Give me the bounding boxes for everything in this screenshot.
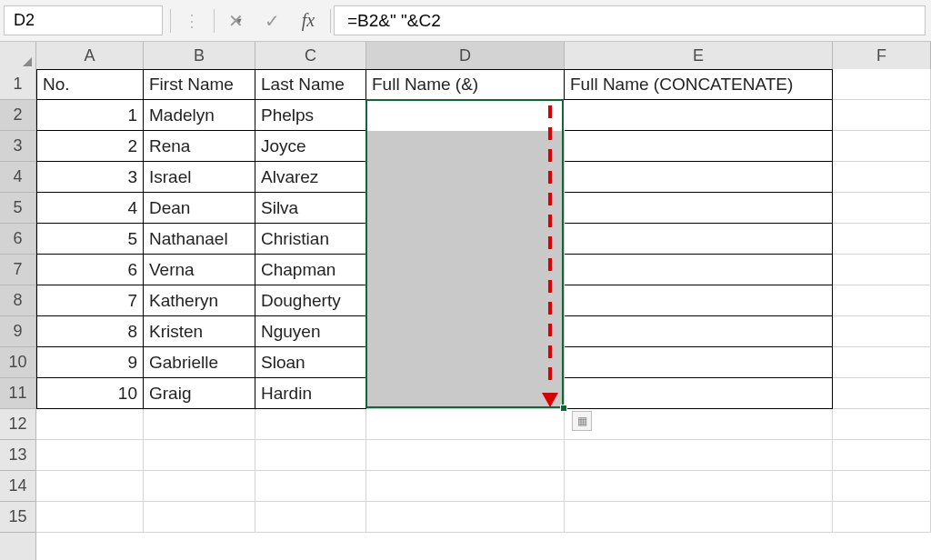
cell-C15[interactable] bbox=[255, 502, 366, 533]
cell-D9[interactable]: Kristen Nguyen bbox=[366, 316, 565, 347]
cell-B7[interactable]: Verna bbox=[144, 255, 255, 285]
cell-A12[interactable] bbox=[36, 409, 144, 440]
cell-B9[interactable]: Kristen bbox=[144, 316, 255, 347]
row-header-11[interactable]: 11 bbox=[0, 378, 35, 409]
cell-B5[interactable]: Dean bbox=[144, 193, 255, 224]
row-header-15[interactable]: 15 bbox=[0, 502, 35, 533]
cell-F13[interactable] bbox=[833, 440, 931, 471]
cell-E7[interactable] bbox=[565, 255, 833, 285]
cell-A13[interactable] bbox=[36, 440, 144, 471]
cell-A4[interactable]: 3 bbox=[36, 162, 144, 193]
cell-F4[interactable] bbox=[833, 162, 931, 193]
cell-B13[interactable] bbox=[144, 440, 255, 471]
cell-D8[interactable]: Katheryn Dougherty bbox=[366, 285, 565, 316]
row-header-12[interactable]: 12 bbox=[0, 409, 35, 440]
cell-B10[interactable]: Gabrielle bbox=[144, 347, 255, 378]
cell-D11[interactable]: Graig Hardin bbox=[366, 378, 565, 409]
cell-F10[interactable] bbox=[833, 347, 931, 378]
cell-B12[interactable] bbox=[144, 409, 255, 440]
row-header-4[interactable]: 4 bbox=[0, 162, 35, 193]
cell-B14[interactable] bbox=[144, 471, 255, 502]
cell-B4[interactable]: Israel bbox=[144, 162, 255, 193]
row-header-13[interactable]: 13 bbox=[0, 440, 35, 471]
cell-D3[interactable]: Rena Joyce bbox=[366, 131, 565, 162]
cell-D13[interactable] bbox=[366, 440, 565, 471]
cell-F14[interactable] bbox=[833, 471, 931, 502]
accept-formula-icon[interactable]: ✓ bbox=[254, 0, 290, 41]
cell-E5[interactable] bbox=[565, 193, 833, 224]
cell-D15[interactable] bbox=[366, 502, 565, 533]
cell-B6[interactable]: Nathanael bbox=[144, 224, 255, 255]
cell-C11[interactable]: Hardin bbox=[255, 378, 366, 409]
col-header-A[interactable]: A bbox=[36, 42, 144, 69]
cell-A7[interactable]: 6 bbox=[36, 255, 144, 285]
cell-A10[interactable]: 9 bbox=[36, 347, 144, 378]
cell-A15[interactable] bbox=[36, 502, 144, 533]
cell-A9[interactable]: 8 bbox=[36, 316, 144, 347]
cells-area[interactable]: No.First NameLast NameFull Name (&)Full … bbox=[36, 69, 931, 560]
cell-A3[interactable]: 2 bbox=[36, 131, 144, 162]
cancel-formula-icon[interactable]: ✕ bbox=[217, 0, 254, 41]
cell-E1[interactable]: Full Name (CONCATENATE) bbox=[565, 69, 833, 100]
cell-F8[interactable] bbox=[833, 285, 931, 316]
row-header-9[interactable]: 9 bbox=[0, 316, 35, 347]
cell-D5[interactable]: Dean Silva bbox=[366, 193, 565, 224]
row-header-8[interactable]: 8 bbox=[0, 285, 35, 316]
cell-B3[interactable]: Rena bbox=[144, 131, 255, 162]
cell-A1[interactable]: No. bbox=[36, 69, 144, 100]
cell-C13[interactable] bbox=[255, 440, 366, 471]
cell-D4[interactable]: Israel Alvarez bbox=[366, 162, 565, 193]
cell-F15[interactable] bbox=[833, 502, 931, 533]
cell-C8[interactable]: Dougherty bbox=[255, 285, 366, 316]
cell-C3[interactable]: Joyce bbox=[255, 131, 366, 162]
col-header-B[interactable]: B bbox=[144, 42, 255, 69]
cell-E12[interactable] bbox=[565, 409, 833, 440]
cell-C7[interactable]: Chapman bbox=[255, 255, 366, 285]
name-box[interactable]: ▼ bbox=[4, 5, 163, 35]
insert-function-button[interactable]: fx bbox=[290, 0, 326, 41]
cell-E9[interactable] bbox=[565, 316, 833, 347]
cell-E3[interactable] bbox=[565, 131, 833, 162]
cell-B11[interactable]: Graig bbox=[144, 378, 255, 409]
select-all-corner[interactable] bbox=[0, 42, 36, 69]
row-header-2[interactable]: 2 bbox=[0, 100, 35, 131]
row-header-7[interactable]: 7 bbox=[0, 255, 35, 285]
cell-C9[interactable]: Nguyen bbox=[255, 316, 366, 347]
cell-D2[interactable]: Madelyn Phelps bbox=[366, 100, 565, 131]
cell-D7[interactable]: Verna Chapman bbox=[366, 255, 565, 285]
cell-C12[interactable] bbox=[255, 409, 366, 440]
cell-F7[interactable] bbox=[833, 255, 931, 285]
cell-F3[interactable] bbox=[833, 131, 931, 162]
cell-F11[interactable] bbox=[833, 378, 931, 409]
cell-F5[interactable] bbox=[833, 193, 931, 224]
col-header-C[interactable]: C bbox=[255, 42, 366, 69]
cell-F9[interactable] bbox=[833, 316, 931, 347]
cell-D12[interactable] bbox=[366, 409, 565, 440]
cell-E15[interactable] bbox=[565, 502, 833, 533]
cell-F2[interactable] bbox=[833, 100, 931, 131]
cell-C6[interactable]: Christian bbox=[255, 224, 366, 255]
cell-B8[interactable]: Katheryn bbox=[144, 285, 255, 316]
cell-A2[interactable]: 1 bbox=[36, 100, 144, 131]
cell-B2[interactable]: Madelyn bbox=[144, 100, 255, 131]
col-header-F[interactable]: F bbox=[833, 42, 931, 69]
cell-D14[interactable] bbox=[366, 471, 565, 502]
cell-D1[interactable]: Full Name (&) bbox=[366, 69, 565, 100]
cell-F12[interactable] bbox=[833, 409, 931, 440]
cell-E13[interactable] bbox=[565, 440, 833, 471]
cell-E2[interactable] bbox=[565, 100, 833, 131]
cell-E14[interactable] bbox=[565, 471, 833, 502]
cell-C2[interactable]: Phelps bbox=[255, 100, 366, 131]
cell-A6[interactable]: 5 bbox=[36, 224, 144, 255]
row-header-14[interactable]: 14 bbox=[0, 471, 35, 502]
cell-A14[interactable] bbox=[36, 471, 144, 502]
row-header-10[interactable]: 10 bbox=[0, 347, 35, 378]
cell-B15[interactable] bbox=[144, 502, 255, 533]
cell-B1[interactable]: First Name bbox=[144, 69, 255, 100]
formula-input[interactable] bbox=[335, 9, 925, 33]
cell-F6[interactable] bbox=[833, 224, 931, 255]
cell-C14[interactable] bbox=[255, 471, 366, 502]
cell-C10[interactable]: Sloan bbox=[255, 347, 366, 378]
cell-A8[interactable]: 7 bbox=[36, 285, 144, 316]
row-header-6[interactable]: 6 bbox=[0, 224, 35, 255]
